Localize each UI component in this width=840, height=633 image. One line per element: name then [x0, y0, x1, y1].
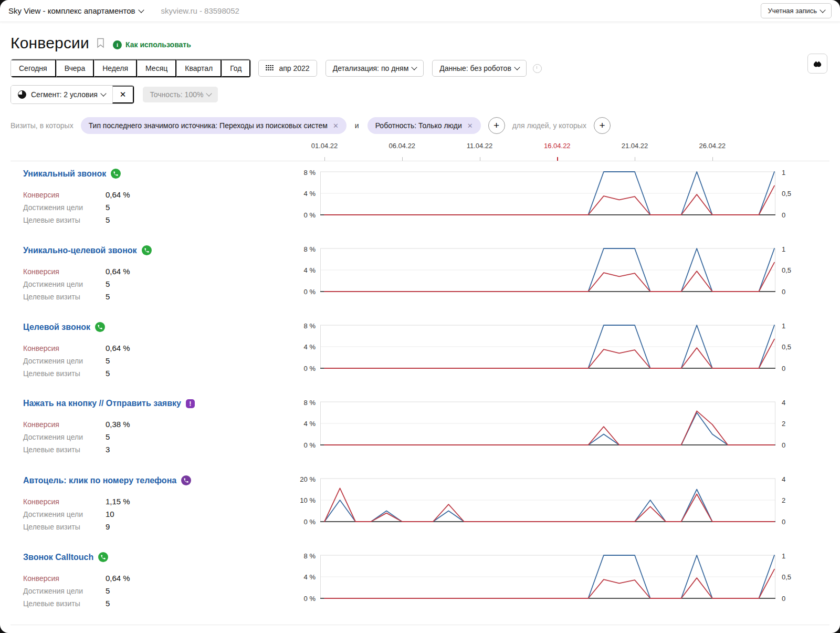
date-range-button[interactable]: апр 2022	[258, 60, 317, 77]
widgets-button[interactable]	[807, 54, 827, 74]
call-icon	[95, 322, 105, 332]
goal-title-row: Уникальный звонок	[23, 169, 286, 179]
metric-row: Целевые визиты9	[23, 522, 286, 531]
filter-prefix: Визиты, в которых	[10, 121, 74, 130]
filter-suffix: для людей, у которых	[512, 121, 586, 130]
axis-tick: 8 %	[304, 322, 316, 330]
goal-metrics: Конверсия0,64 % Достижения цели5 Целевые…	[23, 190, 286, 224]
goal-chart: 8 % 4 % 0 % 1 0,5 0	[298, 324, 796, 370]
metric-row: Достижения цели10	[23, 510, 286, 518]
goal-chart: 8 % 4 % 0 % 4 2 0	[298, 401, 796, 447]
goal-chart: 20 % 10 % 0 % 4 2 0	[298, 478, 796, 524]
metric-value: 0,64 %	[106, 344, 130, 352]
segment-dropdown[interactable]: Сегмент: 2 условия	[11, 86, 112, 103]
axis-tick: 1	[782, 169, 785, 177]
bookmark-icon[interactable]	[97, 38, 104, 50]
goal-metrics: Конверсия0,64 % Достижения цели5 Целевые…	[23, 574, 286, 608]
metric-value: 3	[106, 445, 110, 454]
period-yesterday-button[interactable]: Вчера	[56, 59, 94, 77]
metric-label: Конверсия	[23, 191, 106, 199]
page-title: Конверсии	[10, 34, 89, 52]
goal-section: Звонок Calltouch Конверсия0,64 % Достиже…	[10, 547, 830, 624]
goal-title-link[interactable]: Уникальный звонок	[23, 169, 106, 179]
exclamation-icon: !	[186, 399, 195, 408]
add-visit-condition-button[interactable]: +	[488, 117, 505, 134]
date-axis-strip: 01.04.22 06.04.22 11.04.22 16.04.22 21.0…	[320, 139, 775, 161]
axis-tick: 0,5	[782, 190, 791, 198]
right-axis-ticks: 4 2 0	[775, 478, 796, 524]
goal-chart: 8 % 4 % 0 % 1 0,5 0	[298, 247, 796, 294]
filter-chip-source[interactable]: Тип последнего значимого источника: Пере…	[81, 117, 346, 134]
goal-section: Уникально-целевой звонок Конверсия0,64 %…	[10, 240, 830, 317]
metric-row: Конверсия0,64 %	[23, 574, 286, 583]
metric-label: Конверсия	[23, 420, 106, 429]
metric-label: Целевые визиты	[23, 523, 106, 531]
axis-tick: 4	[782, 475, 785, 483]
metric-row: Достижения цели5	[23, 356, 286, 365]
metric-value: 1,15 %	[106, 497, 130, 506]
metric-row: Достижения цели5	[23, 203, 286, 212]
goal-title-row: Уникально-целевой звонок	[23, 245, 286, 255]
remove-filter-icon[interactable]: ✕	[333, 122, 339, 130]
accuracy-dropdown[interactable]: Точность: 100%	[143, 87, 218, 102]
project-switcher[interactable]: Sky View - комплекс апартаментов	[8, 6, 143, 15]
data-mode-dropdown[interactable]: Данные: без роботов	[432, 60, 527, 77]
period-year-button[interactable]: Год	[222, 59, 250, 77]
period-today-button[interactable]: Сегодня	[11, 59, 56, 77]
axis-tick: 2	[782, 496, 785, 504]
metric-value: 5	[106, 599, 110, 608]
goal-title-row: Нажать на кнопку // Отправить заявку !	[23, 399, 286, 408]
filter-chip-robots[interactable]: Роботность: Только люди ✕	[368, 117, 481, 134]
account-button[interactable]: Учетная запись	[761, 3, 832, 18]
axis-tick: 8 %	[304, 169, 316, 177]
accuracy-label: Точность: 100%	[150, 90, 203, 99]
date-tick-label: 01.04.22	[311, 142, 338, 150]
goal-title-link[interactable]: Автоцель: клик по номеру телефона	[23, 476, 176, 485]
goal-info: Звонок Calltouch Конверсия0,64 % Достиже…	[23, 552, 286, 608]
left-axis-ticks: 8 % 4 % 0 %	[298, 401, 320, 447]
goal-chart: 8 % 4 % 0 % 1 0,5 0	[298, 554, 796, 600]
call-icon	[98, 552, 108, 562]
date-tick	[635, 157, 635, 161]
axis-tick: 1	[782, 322, 785, 330]
chevron-down-icon	[138, 7, 144, 13]
goal-chart: 8 % 4 % 0 % 1 0,5 0	[298, 171, 796, 217]
right-axis-ticks: 1 0,5 0	[775, 171, 796, 217]
remove-filter-icon[interactable]: ✕	[467, 122, 473, 130]
goal-title-row: Автоцель: клик по номеру телефона	[23, 475, 286, 485]
goal-title-link[interactable]: Звонок Calltouch	[23, 553, 93, 562]
goal-title-link[interactable]: Целевой звонок	[23, 323, 90, 332]
line-chart	[320, 171, 775, 217]
metrica-conversions-page: Sky View - комплекс апартаментов skyview…	[0, 0, 840, 633]
axis-tick: 8 %	[304, 552, 316, 560]
clock-icon[interactable]	[533, 64, 542, 73]
goal-section: Целевой звонок Конверсия0,64 % Достижени…	[10, 317, 830, 393]
chevron-down-icon	[820, 7, 825, 13]
info-icon: i	[113, 40, 122, 49]
goal-title-link[interactable]: Уникально-целевой звонок	[23, 246, 137, 255]
how-to-use-link[interactable]: i Как использовать	[113, 40, 191, 49]
period-quarter-button[interactable]: Квартал	[176, 59, 222, 77]
filter-row: Визиты, в которых Тип последнего значимо…	[10, 117, 830, 134]
date-tick	[402, 157, 403, 161]
period-month-button[interactable]: Месяц	[137, 59, 176, 77]
date-axis: 01.04.22 06.04.22 11.04.22 16.04.22 21.0…	[10, 139, 830, 161]
period-week-button[interactable]: Неделя	[94, 59, 137, 77]
date-tick	[712, 157, 713, 161]
axis-tick: 8 %	[304, 245, 316, 253]
segment-label: Сегмент: 2 условия	[31, 90, 98, 99]
add-user-condition-button[interactable]: +	[594, 117, 611, 134]
detailing-dropdown[interactable]: Детализация: по дням	[326, 60, 424, 77]
filter-chip-source-label: Тип последнего значимого источника: Пере…	[89, 121, 328, 130]
right-axis-ticks: 4 2 0	[775, 401, 796, 447]
call-icon	[181, 475, 191, 485]
chevron-down-icon	[100, 90, 106, 96]
left-axis-ticks: 8 % 4 % 0 %	[298, 171, 320, 217]
chevron-down-icon	[514, 64, 520, 70]
axis-tick: 4 %	[304, 420, 316, 428]
goal-title-link[interactable]: Нажать на кнопку // Отправить заявку	[23, 399, 181, 408]
segment-clear-button[interactable]: ✕	[112, 86, 134, 103]
line-chart	[320, 478, 775, 524]
metric-value: 0,64 %	[106, 267, 130, 276]
axis-tick: 1	[782, 552, 785, 560]
